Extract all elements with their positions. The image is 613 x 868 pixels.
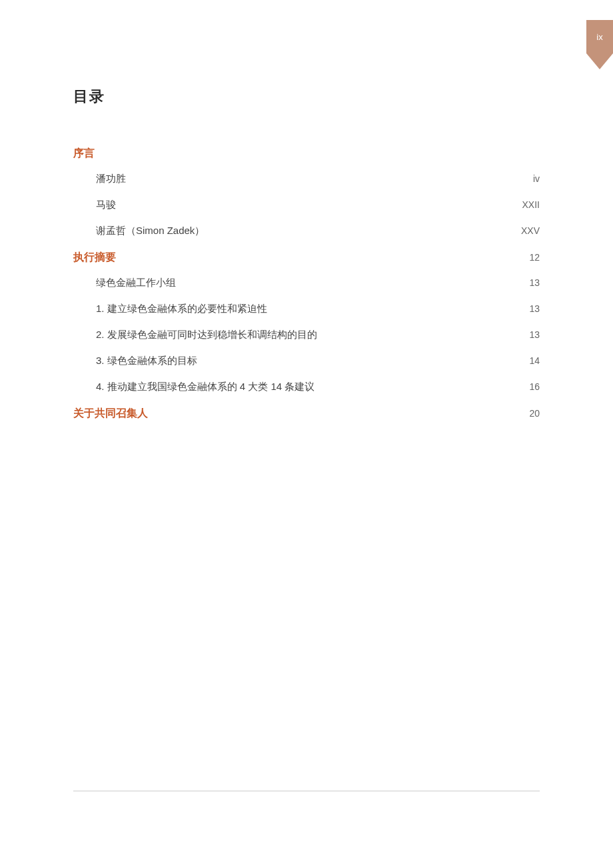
section-heading-row-conveners: 关于共同召集人 20 — [73, 407, 540, 421]
toc-entry-label: 3. 绿色金融体系的目标 — [96, 355, 506, 367]
toc-entry: 潘功胜 iv — [73, 173, 540, 185]
toc-entry-page: 13 — [506, 303, 540, 314]
footer-divider — [73, 791, 540, 791]
section-heading-page: 12 — [506, 252, 540, 263]
toc-entry-label: 潘功胜 — [96, 173, 506, 185]
page-tab-triangle-icon — [586, 53, 613, 69]
toc-entry: 3. 绿色金融体系的目标 14 — [73, 355, 540, 367]
toc-content: 目录 序言 潘功胜 iv 马骏 XXII 谢孟哲（Simon Zadek） XX… — [0, 0, 613, 421]
toc-entry: 谢孟哲（Simon Zadek） XXV — [73, 225, 540, 237]
section-heading-conveners: 关于共同召集人 — [73, 407, 148, 421]
toc-entry-page: 14 — [506, 355, 540, 366]
toc-entry-label: 绿色金融工作小组 — [96, 277, 506, 289]
toc-entry: 绿色金融工作小组 13 — [73, 277, 540, 289]
toc-entry-page: 13 — [506, 277, 540, 288]
section-heading-summary: 执行摘要 — [73, 251, 116, 265]
section-heading-page: 20 — [506, 408, 540, 419]
toc-entry-page: XXV — [506, 225, 540, 236]
toc-entry-label: 2. 发展绿色金融可同时达到稳增长和调结构的目的 — [96, 329, 506, 341]
toc-entry-label: 马骏 — [96, 199, 506, 211]
toc-entry-label: 1. 建立绿色金融体系的必要性和紧迫性 — [96, 303, 506, 315]
toc-entry-label: 4. 推动建立我国绿色金融体系的 4 大类 14 条建议 — [96, 381, 506, 393]
toc-entry: 4. 推动建立我国绿色金融体系的 4 大类 14 条建议 16 — [73, 381, 540, 393]
page-title: 目录 — [73, 87, 540, 107]
toc-entry-page: iv — [506, 173, 540, 184]
toc-entry: 1. 建立绿色金融体系的必要性和紧迫性 13 — [73, 303, 540, 315]
toc-entry-page: XXII — [506, 199, 540, 210]
toc-entry-label: 谢孟哲（Simon Zadek） — [96, 225, 506, 237]
page-number-label: ix — [596, 32, 602, 42]
page-number-tab: ix — [586, 20, 613, 53]
section-heading-preface: 序言 — [73, 147, 540, 161]
section-heading-row-summary: 执行摘要 12 — [73, 251, 540, 265]
toc-entry-page: 13 — [506, 329, 540, 340]
toc-entry: 马骏 XXII — [73, 199, 540, 211]
toc-entry: 2. 发展绿色金融可同时达到稳增长和调结构的目的 13 — [73, 329, 540, 341]
toc-entry-page: 16 — [506, 381, 540, 392]
